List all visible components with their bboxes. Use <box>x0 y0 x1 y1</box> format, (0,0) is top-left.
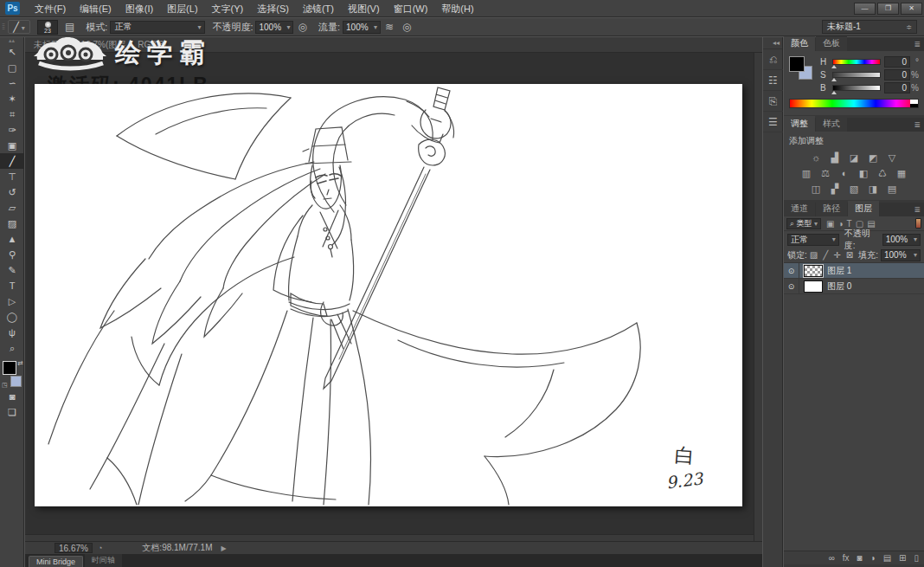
new-adjustment-layer-icon[interactable]: ◑ <box>870 553 876 563</box>
pen-tool[interactable]: ✎ <box>0 262 24 278</box>
slider-thumb-icon[interactable] <box>831 91 837 94</box>
filter-pixel-layers-icon[interactable]: ▣ <box>826 219 834 229</box>
layer-visibility-eye-icon[interactable]: ⊙ <box>784 263 799 278</box>
selective-color-icon[interactable]: ▤ <box>884 182 900 196</box>
brightness-slider[interactable] <box>832 85 881 91</box>
pressure-size-icon[interactable]: ◎ <box>402 21 411 33</box>
hue-value-field[interactable]: 0 <box>884 56 910 68</box>
eyedropper-tool[interactable]: ✑ <box>0 122 24 138</box>
menu-image[interactable]: 图像(I) <box>119 0 160 17</box>
maximize-button[interactable]: ❐ <box>877 3 899 15</box>
rectangular-marquee-tool[interactable]: ▢ <box>0 60 24 75</box>
black-white-icon[interactable]: ◐ <box>837 166 852 180</box>
history-panel-icon[interactable]: ⎌ <box>763 49 783 70</box>
lock-transparency-icon[interactable]: ▨ <box>810 250 818 260</box>
pressure-opacity-icon[interactable]: ◎ <box>298 21 306 33</box>
path-selection-tool[interactable]: ▷ <box>0 293 24 309</box>
color-lookup-icon[interactable]: ▦ <box>894 166 909 180</box>
layer-fill-field[interactable]: 100% ▾ <box>881 249 921 261</box>
gradient-tool[interactable]: ▨ <box>0 216 24 231</box>
photo-filter-icon[interactable]: ◧ <box>856 166 871 180</box>
layer-row-1[interactable]: ⊙ 图层 1 <box>784 263 924 279</box>
flow-field[interactable]: 100% ▾ <box>343 21 381 34</box>
tab-layers[interactable]: 图层 <box>848 201 879 216</box>
delete-layer-icon[interactable]: ▯ <box>914 553 919 563</box>
toolbar-grip[interactable]: ▴▴ <box>0 37 23 44</box>
layer-thumbnail[interactable] <box>804 280 823 293</box>
foreground-color-swatch[interactable] <box>789 56 805 72</box>
layer-visibility-eye-icon[interactable]: ⊙ <box>784 279 799 293</box>
clone-stamp-tool[interactable]: ⊤ <box>0 169 24 184</box>
close-button[interactable]: ✕ <box>901 3 922 15</box>
layer-opacity-field[interactable]: 100% ▾ <box>882 234 921 246</box>
tab-timeline[interactable]: 时间轴 <box>85 554 122 567</box>
lasso-tool[interactable]: ∽ <box>0 75 24 91</box>
color-spectrum-ramp[interactable] <box>789 99 919 108</box>
opacity-field[interactable]: 100% ▾ <box>255 21 293 34</box>
minimize-button[interactable]: — <box>854 3 876 15</box>
menu-help[interactable]: 帮助(H) <box>434 0 480 17</box>
clone-source-panel-icon[interactable]: ⎘ <box>763 91 783 112</box>
filter-adjustment-layers-icon[interactable]: ◑ <box>838 219 844 229</box>
layer-style-fx-icon[interactable]: fx <box>843 553 850 563</box>
layer-row-0[interactable]: ⊙ 图层 0 <box>784 279 924 294</box>
link-layers-icon[interactable]: ∞ <box>829 553 835 563</box>
menu-window[interactable]: 窗口(W) <box>387 0 435 17</box>
menu-layer[interactable]: 图层(L) <box>160 0 204 17</box>
hue-slider[interactable] <box>832 59 881 65</box>
saturation-slider[interactable] <box>832 72 881 78</box>
gradient-map-icon[interactable]: ◨ <box>865 182 881 196</box>
tab-channels[interactable]: 通道 <box>784 201 815 216</box>
new-layer-icon[interactable]: ⊞ <box>899 553 906 563</box>
options-grip[interactable]: ⁞⁞ <box>2 23 4 31</box>
vibrance-icon[interactable]: ▽ <box>884 151 900 164</box>
document-selector[interactable]: 未标题-1 ≑ <box>822 20 917 34</box>
slider-thumb-icon[interactable] <box>831 78 837 81</box>
panel-menu-icon[interactable]: ≣ <box>914 205 921 214</box>
default-colors-icon[interactable]: ◳ <box>2 382 8 389</box>
status-options-arrow-icon[interactable]: ▶ <box>221 544 227 552</box>
blur-tool[interactable]: ▲ <box>0 231 24 247</box>
crop-tool[interactable]: ⌗ <box>0 106 24 122</box>
dodge-tool[interactable]: ⚲ <box>0 247 24 262</box>
vertical-scrollbar[interactable] <box>754 53 762 541</box>
tab-styles[interactable]: 样式 <box>816 116 847 132</box>
layer-name[interactable]: 图层 0 <box>827 280 851 293</box>
lock-all-icon[interactable]: ⊠ <box>846 250 853 260</box>
slider-thumb-icon[interactable] <box>831 65 837 68</box>
new-group-icon[interactable]: ▤ <box>883 553 891 563</box>
brightness-contrast-icon[interactable]: ☼ <box>808 151 824 164</box>
tab-adjustments[interactable]: 调整 <box>784 116 815 132</box>
layer-name[interactable]: 图层 1 <box>827 265 851 277</box>
panel-menu-icon[interactable]: ≣ <box>914 40 921 48</box>
move-tool[interactable]: ↖ <box>0 44 24 60</box>
hand-tool[interactable]: ψ <box>0 325 24 340</box>
background-color-swatch[interactable] <box>10 376 22 387</box>
black-swatch[interactable] <box>910 104 918 108</box>
add-layer-mask-icon[interactable]: ◙ <box>857 553 863 563</box>
threshold-icon[interactable]: ▧ <box>846 182 862 196</box>
spot-healing-brush-tool[interactable]: ▣ <box>0 138 24 153</box>
tab-swatches[interactable]: 色板 <box>816 35 847 51</box>
channel-mixer-icon[interactable]: ♺ <box>875 166 890 180</box>
invert-icon[interactable]: ◫ <box>808 182 824 196</box>
menu-edit[interactable]: 编辑(E) <box>73 0 119 17</box>
blend-mode-select[interactable]: 正常 ▾ <box>110 21 205 34</box>
screen-mode-button[interactable]: ❏ <box>0 404 24 420</box>
curves-icon[interactable]: ◪ <box>846 151 862 164</box>
foreground-color-swatch[interactable] <box>3 361 16 375</box>
type-tool[interactable]: T <box>0 278 24 293</box>
menu-select[interactable]: 选择(S) <box>250 0 296 17</box>
hue-saturation-icon[interactable]: ▥ <box>799 166 814 180</box>
brush-preset-picker[interactable]: 23 <box>37 20 58 35</box>
brightness-value-field[interactable]: 0 <box>884 82 910 93</box>
menu-type[interactable]: 文字(Y) <box>205 0 251 17</box>
zoom-level-field[interactable]: 16.67% <box>55 543 93 553</box>
exposure-icon[interactable]: ◩ <box>865 151 881 164</box>
brush-tool-preset-button[interactable]: ╱ ▾ <box>8 20 30 34</box>
canvas[interactable]: 白 9.23 <box>35 84 742 506</box>
posterize-icon[interactable]: ▞ <box>827 182 843 196</box>
brush-settings-panel-icon[interactable]: ☷ <box>763 70 783 91</box>
zoom-tool[interactable]: ⌕ <box>0 340 24 356</box>
menu-filter[interactable]: 滤镜(T) <box>296 0 341 17</box>
